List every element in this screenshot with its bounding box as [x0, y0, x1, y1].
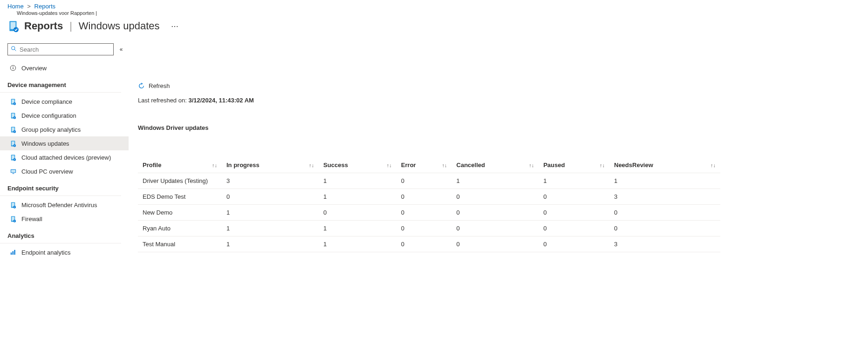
sidebar-item-cloud-pc-overview[interactable]: Cloud PC overview	[0, 164, 129, 178]
cell-paused: 1	[539, 173, 609, 189]
analytics-icon	[9, 249, 17, 256]
column-label: Success	[323, 162, 348, 168]
device-icon	[9, 215, 17, 222]
cell-cancelled: 0	[452, 189, 539, 205]
column-label: Paused	[543, 162, 565, 168]
page-subtitle: Windows updates	[79, 20, 160, 32]
sidebar-item-windows-updates[interactable]: Windows updates	[0, 136, 129, 150]
sort-icon: ↑↓	[711, 162, 716, 168]
sidebar: « Overview Device management Device comp…	[0, 43, 129, 262]
last-refreshed-value: 3/12/2024, 11:43:02 AM	[188, 97, 253, 104]
column-header-needsreview[interactable]: NeedsReview↑↓	[609, 157, 720, 173]
sidebar-item-label: Device configuration	[21, 112, 76, 119]
sidebar-item-microsoft-defender-antivirus[interactable]: Microsoft Defender Antivirus	[0, 198, 129, 212]
sidebar-item-endpoint-analytics[interactable]: Endpoint analytics	[0, 245, 129, 259]
search-input[interactable]	[17, 46, 110, 53]
more-menu-button[interactable]: ⋯	[164, 22, 178, 31]
sidebar-item-label: Firewall	[21, 216, 42, 222]
cell-error: 0	[396, 173, 452, 189]
cell-needs_review: 0	[609, 221, 720, 236]
svg-rect-25	[12, 173, 14, 174]
device-icon	[9, 168, 17, 175]
cell-profile: EDS Demo Test	[138, 189, 222, 205]
sidebar-item-label: Endpoint analytics	[21, 249, 71, 256]
column-header-error[interactable]: Error↑↓	[396, 157, 452, 173]
sidebar-item-label: Windows updates	[21, 140, 69, 147]
column-header-in-progress[interactable]: In progress↑↓	[222, 157, 319, 173]
device-icon	[9, 112, 17, 119]
table-row[interactable]: New Demo100000	[138, 205, 720, 221]
refresh-button[interactable]: Refresh	[138, 81, 170, 91]
cell-needs_review: 0	[609, 205, 720, 221]
sidebar-item-group-policy-analytics[interactable]: Group policy analytics	[0, 122, 129, 136]
search-input-wrap[interactable]	[7, 43, 114, 55]
nav-overview[interactable]: Overview	[0, 61, 129, 75]
cell-cancelled: 0	[452, 205, 539, 221]
sidebar-item-cloud-attached-devices-preview-[interactable]: Cloud attached devices (preview)	[0, 150, 129, 164]
svg-rect-6	[13, 67, 13, 69]
cell-needs_review: 3	[609, 236, 720, 252]
cell-success: 1	[319, 221, 396, 236]
sort-icon: ↑↓	[309, 162, 314, 168]
cell-profile: Ryan Auto	[138, 221, 222, 236]
column-header-success[interactable]: Success↑↓	[319, 157, 396, 173]
cell-profile: New Demo	[138, 205, 222, 221]
device-icon	[9, 154, 17, 161]
svg-rect-32	[10, 252, 11, 255]
search-icon	[11, 46, 17, 53]
column-header-cancelled[interactable]: Cancelled↑↓	[452, 157, 539, 173]
cell-success: 1	[319, 236, 396, 252]
cell-needs_review: 1	[609, 173, 720, 189]
column-header-paused[interactable]: Paused↑↓	[539, 157, 609, 173]
last-refreshed-label: Last refreshed on:	[138, 97, 188, 104]
svg-rect-34	[14, 249, 15, 254]
main-content: Refresh Last refreshed on: 3/12/2024, 11…	[129, 43, 868, 262]
last-refreshed: Last refreshed on: 3/12/2024, 11:43:02 A…	[138, 97, 859, 104]
sort-icon: ↑↓	[212, 162, 217, 168]
breadcrumb-reports[interactable]: Reports	[34, 3, 56, 10]
chevron-right-icon: >	[25, 3, 33, 10]
sort-icon: ↑↓	[600, 162, 605, 168]
device-icon	[9, 98, 17, 105]
column-label: Error	[401, 162, 416, 168]
sidebar-item-label: Microsoft Defender Antivirus	[21, 202, 97, 209]
device-icon	[9, 126, 17, 133]
device-icon	[9, 140, 17, 147]
refresh-label: Refresh	[149, 82, 170, 89]
svg-point-3	[12, 47, 15, 50]
svg-rect-24	[11, 169, 15, 172]
cell-error: 0	[396, 221, 452, 236]
cell-cancelled: 1	[452, 173, 539, 189]
cell-paused: 0	[539, 221, 609, 236]
cell-profile: Test Manual	[138, 236, 222, 252]
breadcrumb: Home > Reports Windows-updates voor Rapp…	[0, 0, 868, 11]
cell-cancelled: 0	[452, 221, 539, 236]
sidebar-item-label: Cloud attached devices (preview)	[21, 154, 111, 161]
cell-error: 0	[396, 189, 452, 205]
breadcrumb-home[interactable]: Home	[7, 3, 24, 10]
title-divider: |	[68, 20, 74, 32]
sidebar-item-device-configuration[interactable]: Device configuration	[0, 108, 129, 122]
table-row[interactable]: Test Manual110003	[138, 236, 720, 252]
column-label: In progress	[226, 162, 260, 168]
cell-success: 1	[319, 189, 396, 205]
info-icon	[9, 64, 17, 72]
svg-line-4	[14, 49, 16, 51]
column-label: NeedsReview	[614, 162, 653, 168]
table-row[interactable]: Ryan Auto110000	[138, 221, 720, 236]
cell-error: 0	[396, 205, 452, 221]
sidebar-item-firewall[interactable]: Firewall	[0, 212, 129, 226]
nav-group-device-management: Device management	[0, 75, 121, 93]
table-row[interactable]: EDS Demo Test010003	[138, 189, 720, 205]
cell-paused: 0	[539, 189, 609, 205]
cell-error: 0	[396, 236, 452, 252]
collapse-sidebar-button[interactable]: «	[116, 46, 126, 53]
sidebar-item-device-compliance[interactable]: Device compliance	[0, 94, 129, 108]
driver-updates-table: Profile↑↓In progress↑↓Success↑↓Error↑↓Ca…	[138, 157, 720, 252]
cell-paused: 0	[539, 205, 609, 221]
table-row[interactable]: Driver Updates (Testing)310111	[138, 173, 720, 189]
column-header-profile[interactable]: Profile↑↓	[138, 157, 222, 173]
cell-success: 0	[319, 205, 396, 221]
sort-icon: ↑↓	[442, 162, 447, 168]
section-title: Windows Driver updates	[138, 124, 859, 131]
